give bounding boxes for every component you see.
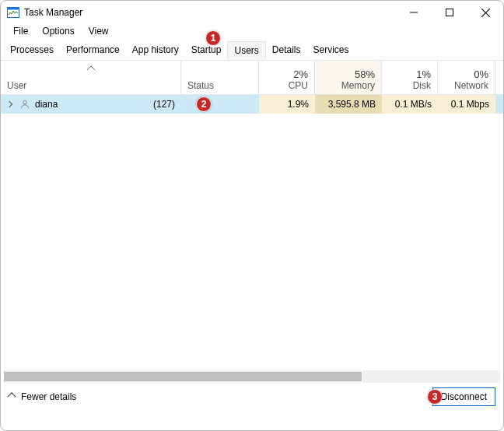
tab-details[interactable]: Details bbox=[266, 41, 307, 60]
minimize-button[interactable] bbox=[396, 1, 432, 24]
menu-view[interactable]: View bbox=[82, 24, 117, 38]
column-header-network[interactable]: 0% Network bbox=[438, 61, 495, 94]
table-body-empty bbox=[1, 114, 503, 370]
footer: Fewer details Disconnect 3 bbox=[1, 383, 503, 411]
process-count: (127) bbox=[153, 99, 175, 110]
user-avatar-icon bbox=[19, 99, 30, 110]
callout-1: 1 bbox=[205, 30, 221, 46]
callout-3: 3 bbox=[427, 389, 443, 405]
cpu-percent: 2% bbox=[293, 68, 308, 80]
disk-percent: 1% bbox=[416, 68, 431, 80]
close-button[interactable] bbox=[467, 1, 503, 24]
column-label-network: Network bbox=[454, 80, 488, 91]
sort-chevron-up-icon bbox=[87, 62, 95, 73]
table-header: User Status 2% CPU 58% Memory 1% Disk 0%… bbox=[1, 61, 503, 95]
callout-2: 2 bbox=[196, 96, 212, 112]
tab-strip: Processes Performance App history Startu… bbox=[1, 41, 503, 61]
memory-percent: 58% bbox=[355, 68, 375, 80]
scrollbar-thumb[interactable] bbox=[4, 372, 362, 381]
column-header-disk[interactable]: 1% Disk bbox=[382, 61, 438, 94]
tab-users[interactable]: Users bbox=[227, 41, 265, 60]
column-header-cpu[interactable]: 2% CPU bbox=[259, 61, 315, 94]
column-label-memory: Memory bbox=[341, 80, 375, 91]
tab-services[interactable]: Services bbox=[307, 41, 355, 60]
disk-cell: 0.1 MB/s bbox=[382, 95, 438, 114]
task-manager-icon bbox=[7, 6, 19, 19]
network-cell: 0.1 Mbps bbox=[438, 95, 495, 114]
column-label-user: User bbox=[7, 80, 26, 91]
window-title: Task Manager bbox=[24, 7, 82, 18]
column-header-user[interactable]: User bbox=[1, 61, 181, 94]
menu-options[interactable]: Options bbox=[36, 24, 82, 38]
tab-startup[interactable]: Startup bbox=[185, 41, 228, 60]
horizontal-scrollbar[interactable] bbox=[4, 370, 500, 383]
svg-rect-1 bbox=[8, 8, 19, 10]
table-row[interactable]: diana (127) 1.9% 3,595.8 MB 0.1 MB/s 0.1… bbox=[1, 95, 503, 114]
tab-app-history[interactable]: App history bbox=[126, 41, 185, 60]
memory-cell: 3,595.8 MB bbox=[315, 95, 382, 114]
svg-rect-3 bbox=[446, 9, 453, 16]
column-header-memory[interactable]: 58% Memory bbox=[315, 61, 382, 94]
status-cell bbox=[181, 95, 259, 114]
user-cell[interactable]: diana (127) bbox=[1, 95, 181, 114]
chevron-up-icon[interactable] bbox=[7, 392, 16, 401]
tab-performance[interactable]: Performance bbox=[60, 41, 126, 60]
fewer-details-link[interactable]: Fewer details bbox=[21, 391, 76, 402]
column-label-disk: Disk bbox=[413, 80, 431, 91]
username: diana bbox=[35, 99, 58, 110]
expand-chevron-icon[interactable] bbox=[6, 101, 12, 107]
column-label-status: Status bbox=[187, 80, 214, 91]
tab-processes[interactable]: Processes bbox=[4, 41, 60, 60]
cpu-cell: 1.9% bbox=[259, 95, 315, 114]
column-label-cpu: CPU bbox=[289, 80, 308, 91]
menu-file[interactable]: File bbox=[7, 24, 36, 38]
menubar: File Options View bbox=[1, 24, 503, 41]
maximize-button[interactable] bbox=[432, 1, 467, 24]
network-percent: 0% bbox=[474, 68, 488, 80]
titlebar: Task Manager bbox=[1, 1, 503, 24]
column-header-status[interactable]: Status bbox=[181, 61, 259, 94]
svg-point-6 bbox=[23, 100, 27, 104]
